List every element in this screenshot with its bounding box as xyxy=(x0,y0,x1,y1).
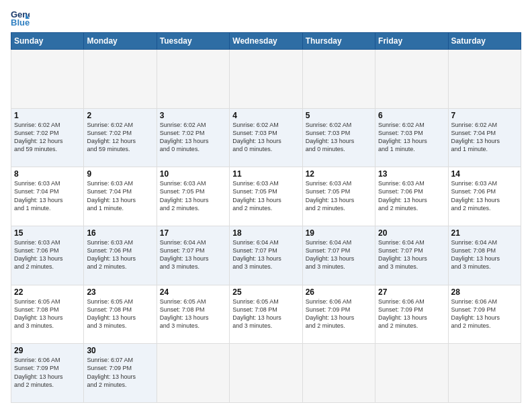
day-cell: 26Sunrise: 6:06 AM Sunset: 7:09 PM Dayli… xyxy=(302,285,375,344)
page: General Blue SundayMondayTuesdayWednesda… xyxy=(0,0,532,411)
day-cell: 3Sunrise: 6:02 AM Sunset: 7:02 PM Daylig… xyxy=(157,108,229,167)
calendar-week-row: 15Sunrise: 6:03 AM Sunset: 7:06 PM Dayli… xyxy=(11,226,521,285)
day-cell: 12Sunrise: 6:03 AM Sunset: 7:05 PM Dayli… xyxy=(302,167,375,226)
col-header-thursday: Thursday xyxy=(302,33,375,50)
svg-text:Blue: Blue xyxy=(11,17,30,27)
day-details: Sunrise: 6:05 AM Sunset: 7:08 PM Dayligh… xyxy=(87,298,153,330)
day-cell: 29Sunrise: 6:06 AM Sunset: 7:09 PM Dayli… xyxy=(11,344,84,403)
day-details: Sunrise: 6:02 AM Sunset: 7:04 PM Dayligh… xyxy=(451,121,518,154)
day-details: Sunrise: 6:05 AM Sunset: 7:08 PM Dayligh… xyxy=(14,298,81,330)
day-number: 15 xyxy=(14,228,81,238)
day-number: 11 xyxy=(232,169,299,179)
day-number: 26 xyxy=(306,287,372,297)
day-number: 10 xyxy=(160,169,226,179)
day-details: Sunrise: 6:07 AM Sunset: 7:09 PM Dayligh… xyxy=(87,356,153,389)
day-number: 1 xyxy=(14,111,81,120)
calendar-week-row xyxy=(11,50,521,109)
col-header-friday: Friday xyxy=(375,33,448,50)
day-cell: 20Sunrise: 6:04 AM Sunset: 7:07 PM Dayli… xyxy=(375,226,448,285)
day-details: Sunrise: 6:05 AM Sunset: 7:08 PM Dayligh… xyxy=(160,298,226,330)
day-cell: 4Sunrise: 6:02 AM Sunset: 7:03 PM Daylig… xyxy=(230,108,302,167)
day-details: Sunrise: 6:02 AM Sunset: 7:03 PM Dayligh… xyxy=(232,121,299,154)
empty-cell xyxy=(84,50,157,109)
day-cell: 11Sunrise: 6:03 AM Sunset: 7:05 PM Dayli… xyxy=(230,167,302,226)
day-details: Sunrise: 6:04 AM Sunset: 7:07 PM Dayligh… xyxy=(232,238,299,271)
calendar-table: SundayMondayTuesdayWednesdayThursdayFrid… xyxy=(11,32,521,403)
col-header-monday: Monday xyxy=(84,33,157,50)
day-details: Sunrise: 6:04 AM Sunset: 7:08 PM Dayligh… xyxy=(451,238,518,271)
day-number: 5 xyxy=(306,111,372,120)
day-cell: 7Sunrise: 6:02 AM Sunset: 7:04 PM Daylig… xyxy=(448,108,521,167)
day-details: Sunrise: 6:03 AM Sunset: 7:06 PM Dayligh… xyxy=(87,238,153,271)
day-cell: 24Sunrise: 6:05 AM Sunset: 7:08 PM Dayli… xyxy=(157,285,229,344)
day-cell: 30Sunrise: 6:07 AM Sunset: 7:09 PM Dayli… xyxy=(84,344,157,403)
day-cell: 2Sunrise: 6:02 AM Sunset: 7:02 PM Daylig… xyxy=(84,108,157,167)
day-number: 22 xyxy=(14,287,81,297)
header-row: SundayMondayTuesdayWednesdayThursdayFrid… xyxy=(11,33,521,50)
day-number: 16 xyxy=(87,228,153,238)
day-details: Sunrise: 6:04 AM Sunset: 7:07 PM Dayligh… xyxy=(306,238,372,271)
day-cell: 21Sunrise: 6:04 AM Sunset: 7:08 PM Dayli… xyxy=(448,226,521,285)
day-details: Sunrise: 6:06 AM Sunset: 7:09 PM Dayligh… xyxy=(14,356,81,389)
day-details: Sunrise: 6:03 AM Sunset: 7:06 PM Dayligh… xyxy=(14,238,81,271)
empty-cell xyxy=(302,50,375,109)
day-cell: 23Sunrise: 6:05 AM Sunset: 7:08 PM Dayli… xyxy=(84,285,157,344)
day-number: 17 xyxy=(160,228,226,238)
empty-cell xyxy=(375,344,448,403)
day-number: 21 xyxy=(451,228,518,238)
day-cell: 9Sunrise: 6:03 AM Sunset: 7:04 PM Daylig… xyxy=(84,167,157,226)
day-number: 2 xyxy=(87,111,153,120)
day-details: Sunrise: 6:03 AM Sunset: 7:06 PM Dayligh… xyxy=(451,179,518,212)
day-number: 27 xyxy=(378,287,445,297)
day-details: Sunrise: 6:03 AM Sunset: 7:05 PM Dayligh… xyxy=(306,179,372,212)
day-details: Sunrise: 6:03 AM Sunset: 7:04 PM Dayligh… xyxy=(14,179,81,212)
empty-cell xyxy=(11,50,84,109)
day-number: 20 xyxy=(378,228,445,238)
calendar-week-row: 8Sunrise: 6:03 AM Sunset: 7:04 PM Daylig… xyxy=(11,167,521,226)
empty-cell xyxy=(375,50,448,109)
col-header-saturday: Saturday xyxy=(448,33,521,50)
day-details: Sunrise: 6:06 AM Sunset: 7:09 PM Dayligh… xyxy=(451,298,518,330)
day-cell: 22Sunrise: 6:05 AM Sunset: 7:08 PM Dayli… xyxy=(11,285,84,344)
day-details: Sunrise: 6:03 AM Sunset: 7:04 PM Dayligh… xyxy=(87,179,153,212)
day-number: 28 xyxy=(451,287,518,297)
day-cell: 8Sunrise: 6:03 AM Sunset: 7:04 PM Daylig… xyxy=(11,167,84,226)
empty-cell xyxy=(302,344,375,403)
day-number: 23 xyxy=(87,287,153,297)
empty-cell xyxy=(157,50,229,109)
day-cell: 25Sunrise: 6:05 AM Sunset: 7:08 PM Dayli… xyxy=(230,285,302,344)
col-header-sunday: Sunday xyxy=(11,33,84,50)
day-cell: 6Sunrise: 6:02 AM Sunset: 7:03 PM Daylig… xyxy=(375,108,448,167)
day-details: Sunrise: 6:06 AM Sunset: 7:09 PM Dayligh… xyxy=(306,298,372,330)
day-details: Sunrise: 6:02 AM Sunset: 7:02 PM Dayligh… xyxy=(14,121,81,154)
day-details: Sunrise: 6:02 AM Sunset: 7:02 PM Dayligh… xyxy=(160,121,226,154)
day-details: Sunrise: 6:03 AM Sunset: 7:05 PM Dayligh… xyxy=(232,179,299,212)
day-cell: 18Sunrise: 6:04 AM Sunset: 7:07 PM Dayli… xyxy=(230,226,302,285)
day-cell: 14Sunrise: 6:03 AM Sunset: 7:06 PM Dayli… xyxy=(448,167,521,226)
empty-cell xyxy=(157,344,229,403)
calendar-week-row: 29Sunrise: 6:06 AM Sunset: 7:09 PM Dayli… xyxy=(11,344,521,403)
col-header-wednesday: Wednesday xyxy=(230,33,302,50)
day-number: 30 xyxy=(87,346,153,355)
day-cell: 19Sunrise: 6:04 AM Sunset: 7:07 PM Dayli… xyxy=(302,226,375,285)
day-number: 18 xyxy=(232,228,299,238)
day-number: 25 xyxy=(232,287,299,297)
day-cell: 16Sunrise: 6:03 AM Sunset: 7:06 PM Dayli… xyxy=(84,226,157,285)
day-cell: 1Sunrise: 6:02 AM Sunset: 7:02 PM Daylig… xyxy=(11,108,84,167)
day-details: Sunrise: 6:02 AM Sunset: 7:02 PM Dayligh… xyxy=(87,121,153,154)
day-number: 24 xyxy=(160,287,226,297)
calendar-week-row: 1Sunrise: 6:02 AM Sunset: 7:02 PM Daylig… xyxy=(11,108,521,167)
day-details: Sunrise: 6:02 AM Sunset: 7:03 PM Dayligh… xyxy=(306,121,372,154)
col-header-tuesday: Tuesday xyxy=(157,33,229,50)
day-number: 29 xyxy=(14,346,81,355)
day-number: 12 xyxy=(306,169,372,179)
day-number: 3 xyxy=(160,111,226,120)
empty-cell xyxy=(448,344,521,403)
day-cell: 17Sunrise: 6:04 AM Sunset: 7:07 PM Dayli… xyxy=(157,226,229,285)
day-number: 6 xyxy=(378,111,445,120)
day-cell: 13Sunrise: 6:03 AM Sunset: 7:06 PM Dayli… xyxy=(375,167,448,226)
logo: General Blue xyxy=(11,8,32,27)
empty-cell xyxy=(448,50,521,109)
day-number: 14 xyxy=(451,169,518,179)
header: General Blue xyxy=(11,8,521,27)
